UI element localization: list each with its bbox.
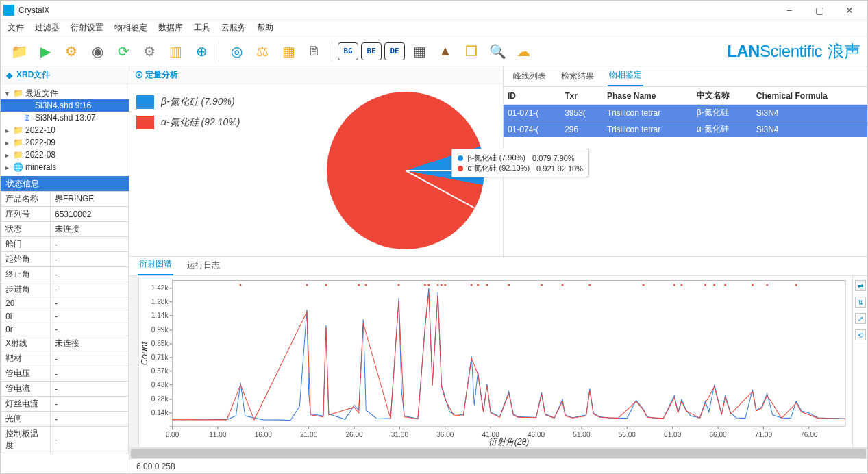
spectra-tab[interactable]: 运行日志 <box>186 255 221 275</box>
tree-item[interactable]: ▾📁最近文件 <box>1 87 129 99</box>
toolbar-bg-icon[interactable]: BG <box>338 42 358 60</box>
tree-item[interactable]: ▸🌐minerals <box>1 161 129 173</box>
reset-icon[interactable]: ⟲ <box>855 329 866 340</box>
toolbar-folder-icon[interactable]: 📁 <box>8 40 31 63</box>
tree-caret-icon[interactable]: ▸ <box>3 151 10 159</box>
status-row: 控制板温度- <box>1 427 129 453</box>
phase-col-header[interactable]: Txr <box>560 87 603 105</box>
toolbar-aperture-icon[interactable]: ◉ <box>86 40 109 63</box>
menu-item[interactable]: 数据库 <box>158 22 183 34</box>
chart-left-gutter[interactable] <box>129 276 139 447</box>
phase-tab[interactable]: 检索结果 <box>560 66 595 86</box>
phase-cell: α-氮化硅 <box>693 121 752 138</box>
tree-caret-icon[interactable]: ▸ <box>3 139 10 147</box>
toolbar-fingerprint-icon[interactable]: ◎ <box>225 40 248 63</box>
toolbar-gear-orange-icon[interactable]: ⚙ <box>60 40 83 63</box>
svg-text:0.28k: 0.28k <box>151 395 169 403</box>
xrd-plot[interactable]: 0.14k0.28k0.43k0.57k0.71k0.85k0.99k1.14k… <box>139 276 852 447</box>
phase-col-header[interactable]: Phase Name <box>603 87 693 105</box>
legend-item[interactable]: α-氮化硅 (92.10%) <box>136 116 314 129</box>
tree-item-label: 2022-08 <box>25 150 55 160</box>
toolbar-chart-bars-icon[interactable]: ▥ <box>164 40 187 63</box>
status-row: 终止角- <box>1 267 129 282</box>
status-label: θr <box>1 323 51 336</box>
brand-en: LANScientific <box>727 42 822 61</box>
pan-left-icon[interactable]: ⇄ <box>855 280 866 291</box>
menu-item[interactable]: 工具 <box>194 22 210 34</box>
svg-point-58 <box>424 284 426 286</box>
toolbar-grid-icon[interactable]: ▦ <box>408 40 431 63</box>
tree-item[interactable]: 🗎Si3N4.shd 9:16 <box>1 99 129 112</box>
toolbar-cloud-db-icon[interactable]: ☁ <box>512 40 535 63</box>
toolbar-balance-icon[interactable]: ⚖ <box>251 40 274 63</box>
file-panel-title: XRD文件 <box>16 69 50 81</box>
toolbar-play-icon[interactable]: ▶ <box>34 40 57 63</box>
zoom-fit-icon[interactable]: ⤢ <box>855 313 866 324</box>
toolbar-heatmap-icon[interactable]: ▦ <box>277 40 300 63</box>
status-label: 产品名称 <box>1 192 51 207</box>
phase-cell: 01-074-( <box>504 121 560 138</box>
status-value: - <box>51 397 129 412</box>
phase-tab[interactable]: 峰线列表 <box>512 66 547 86</box>
file-icon: 🗎 <box>23 113 32 123</box>
svg-text:36.00: 36.00 <box>436 431 454 438</box>
toolbar-doc-icon[interactable]: 🗎 <box>303 40 326 63</box>
tree-item[interactable]: ▸📁2022-08 <box>1 149 129 161</box>
app-title: CrystalX <box>18 5 49 15</box>
svg-text:11.00: 11.00 <box>209 431 226 438</box>
svg-point-71 <box>673 284 675 286</box>
svg-point-64 <box>477 284 479 286</box>
tree-caret-icon[interactable]: ▸ <box>3 127 10 134</box>
quant-body: β-氮化硅 (7.90%)α-氮化硅 (92.10%) β-氮化硅 (7.90%… <box>129 84 503 256</box>
maximize-button[interactable]: ▢ <box>804 1 834 20</box>
phase-cell: 01-071-( <box>504 105 560 121</box>
svg-text:0.71k: 0.71k <box>151 353 169 361</box>
toolbar-target-icon[interactable]: ⊕ <box>190 40 213 63</box>
phase-row[interactable]: 01-071-(3953(Trisilicon tetrarβ-氮化硅Si3N4 <box>504 105 867 121</box>
svg-text:0.57k: 0.57k <box>151 367 169 375</box>
legend-item[interactable]: β-氮化硅 (7.90%) <box>136 95 314 109</box>
status-label: X射线 <box>1 336 51 351</box>
tree-caret-icon[interactable]: ▾ <box>3 90 10 97</box>
legend-swatch <box>136 95 154 109</box>
phase-col-header[interactable]: ID <box>504 87 560 105</box>
status-label: 灯丝电流 <box>1 397 51 412</box>
menu-item[interactable]: 物相鉴定 <box>114 22 147 34</box>
svg-text:61.00: 61.00 <box>664 431 681 438</box>
toolbar-gear-grey-icon[interactable]: ⚙ <box>138 40 161 63</box>
minimize-button[interactable]: − <box>774 1 804 20</box>
chart-hscrollbar[interactable] <box>129 447 867 458</box>
pan-up-icon[interactable]: ⇅ <box>855 297 866 308</box>
menu-item[interactable]: 文件 <box>8 22 24 34</box>
chart-cell[interactable]: 0.14k0.28k0.43k0.57k0.71k0.85k0.99k1.14k… <box>139 276 852 447</box>
svg-point-54 <box>325 284 327 286</box>
menu-item[interactable]: 过滤器 <box>35 22 60 34</box>
tree-item[interactable]: ▸📁2022-09 <box>1 136 129 149</box>
toolbar-mountain-icon[interactable]: ▲ <box>434 40 457 63</box>
svg-point-59 <box>427 284 430 286</box>
menu-item[interactable]: 帮助 <box>257 22 273 34</box>
status-value: - <box>51 412 129 427</box>
toolbar-zoom-icon[interactable]: 🔍 <box>486 40 509 63</box>
toolbar-be-icon[interactable]: BE <box>361 42 382 60</box>
menubar: 文件过滤器衍射设置物相鉴定数据库工具云服务帮助 <box>1 20 867 36</box>
phase-col-header[interactable]: Chemical Formula <box>752 87 867 105</box>
status-value: - <box>51 267 129 282</box>
svg-text:56.00: 56.00 <box>619 431 636 438</box>
tree-caret-icon[interactable]: ▸ <box>3 164 10 171</box>
phase-col-header[interactable]: 中文名称 <box>693 87 752 105</box>
tree-item[interactable]: 🗎Si3N4.shd 13:07 <box>1 112 129 124</box>
menu-item[interactable]: 云服务 <box>221 22 246 34</box>
phase-row[interactable]: 01-074-(296Trisilicon tetrarα-氮化硅Si3N4 <box>504 121 867 138</box>
toolbar-layers-icon[interactable]: ❒ <box>460 40 483 63</box>
toolbar-refresh-icon[interactable]: ⟳ <box>112 40 135 63</box>
file-icon: 🗎 <box>23 101 32 110</box>
tree-item[interactable]: ▸📁2022-10 <box>1 124 129 136</box>
phase-tab[interactable]: 物相鉴定 <box>608 65 643 86</box>
close-button[interactable]: ✕ <box>834 1 865 20</box>
file-tree[interactable]: ▾📁最近文件🗎Si3N4.shd 9:16🗎Si3N4.shd 13:07▸📁2… <box>1 84 129 176</box>
phase-tabs: 峰线列表检索结果物相鉴定 <box>504 66 867 87</box>
menu-item[interactable]: 衍射设置 <box>71 22 103 34</box>
toolbar-de-icon[interactable]: DE <box>384 42 405 60</box>
spectra-tab[interactable]: 衍射图谱 <box>138 254 173 275</box>
